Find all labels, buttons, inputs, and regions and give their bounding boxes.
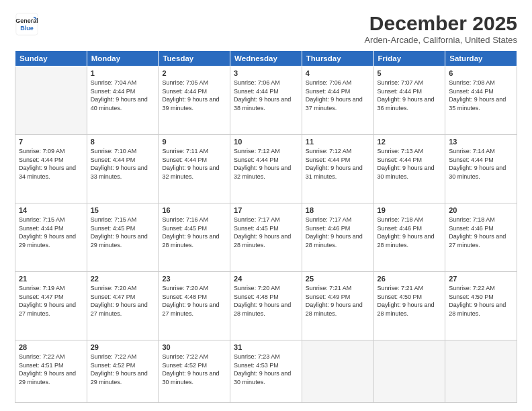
day-cell: 29Sunrise: 7:22 AMSunset: 4:52 PMDayligh… <box>87 340 159 403</box>
day-detail: Sunrise: 7:10 AMSunset: 4:44 PMDaylight:… <box>91 147 155 181</box>
day-cell: 13Sunrise: 7:14 AMSunset: 4:44 PMDayligh… <box>445 135 517 203</box>
day-number: 19 <box>378 206 442 214</box>
day-cell: 11Sunrise: 7:12 AMSunset: 4:44 PMDayligh… <box>302 135 373 203</box>
day-number: 10 <box>234 138 298 146</box>
day-number: 5 <box>378 69 442 77</box>
day-number: 6 <box>449 69 513 77</box>
day-cell: 2Sunrise: 7:05 AMSunset: 4:44 PMDaylight… <box>159 66 230 135</box>
day-number: 12 <box>378 138 442 146</box>
day-number: 26 <box>378 275 442 283</box>
day-cell: 12Sunrise: 7:13 AMSunset: 4:44 PMDayligh… <box>373 135 445 203</box>
day-number: 25 <box>306 275 370 283</box>
day-cell: 3Sunrise: 7:06 AMSunset: 4:44 PMDaylight… <box>230 66 302 135</box>
day-number: 29 <box>91 343 155 351</box>
day-detail: Sunrise: 7:20 AMSunset: 4:47 PMDaylight:… <box>91 284 155 318</box>
day-number: 1 <box>91 69 155 77</box>
day-detail: Sunrise: 7:15 AMSunset: 4:45 PMDaylight:… <box>91 216 155 249</box>
day-cell: 17Sunrise: 7:17 AMSunset: 4:45 PMDayligh… <box>230 203 302 272</box>
col-thursday: Thursday <box>302 51 373 66</box>
day-cell: 25Sunrise: 7:21 AMSunset: 4:49 PMDayligh… <box>302 272 373 340</box>
week-row-1: 1Sunrise: 7:04 AMSunset: 4:44 PMDaylight… <box>15 66 517 135</box>
col-friday: Friday <box>373 51 445 66</box>
day-cell: 31Sunrise: 7:23 AMSunset: 4:53 PMDayligh… <box>230 340 302 403</box>
day-number: 4 <box>306 69 370 77</box>
day-detail: Sunrise: 7:06 AMSunset: 4:44 PMDaylight:… <box>234 79 298 112</box>
logo: General Blue <box>15 12 42 36</box>
day-cell: 24Sunrise: 7:20 AMSunset: 4:48 PMDayligh… <box>230 272 302 340</box>
day-cell: 5Sunrise: 7:07 AMSunset: 4:44 PMDaylight… <box>373 66 445 135</box>
day-cell: 23Sunrise: 7:20 AMSunset: 4:48 PMDayligh… <box>159 272 230 340</box>
calendar-table: Sunday Monday Tuesday Wednesday Thursday… <box>15 50 517 403</box>
day-number: 23 <box>162 275 226 283</box>
day-detail: Sunrise: 7:17 AMSunset: 4:46 PMDaylight:… <box>306 216 370 249</box>
day-number: 14 <box>19 206 83 214</box>
day-detail: Sunrise: 7:05 AMSunset: 4:44 PMDaylight:… <box>162 79 226 112</box>
day-detail: Sunrise: 7:18 AMSunset: 4:46 PMDaylight:… <box>378 216 442 249</box>
day-number: 15 <box>91 206 155 214</box>
day-cell: 4Sunrise: 7:06 AMSunset: 4:44 PMDaylight… <box>302 66 373 135</box>
day-detail: Sunrise: 7:23 AMSunset: 4:53 PMDaylight:… <box>234 353 298 386</box>
day-number: 9 <box>162 138 226 146</box>
day-detail: Sunrise: 7:14 AMSunset: 4:44 PMDaylight:… <box>449 147 513 181</box>
day-detail: Sunrise: 7:08 AMSunset: 4:44 PMDaylight:… <box>449 79 513 112</box>
day-cell: 15Sunrise: 7:15 AMSunset: 4:45 PMDayligh… <box>87 203 159 272</box>
day-cell: 27Sunrise: 7:22 AMSunset: 4:50 PMDayligh… <box>445 272 517 340</box>
day-detail: Sunrise: 7:21 AMSunset: 4:49 PMDaylight:… <box>306 284 370 318</box>
day-number: 2 <box>162 69 226 77</box>
day-detail: Sunrise: 7:22 AMSunset: 4:50 PMDaylight:… <box>449 284 513 318</box>
day-cell: 14Sunrise: 7:15 AMSunset: 4:44 PMDayligh… <box>15 203 87 272</box>
day-detail: Sunrise: 7:12 AMSunset: 4:44 PMDaylight:… <box>306 147 370 181</box>
day-cell: 26Sunrise: 7:21 AMSunset: 4:50 PMDayligh… <box>373 272 445 340</box>
day-number: 18 <box>306 206 370 214</box>
day-cell <box>373 340 445 403</box>
day-cell: 21Sunrise: 7:19 AMSunset: 4:47 PMDayligh… <box>15 272 87 340</box>
day-cell: 20Sunrise: 7:18 AMSunset: 4:46 PMDayligh… <box>445 203 517 272</box>
day-number: 28 <box>19 343 83 351</box>
day-number: 22 <box>91 275 155 283</box>
day-detail: Sunrise: 7:16 AMSunset: 4:45 PMDaylight:… <box>162 216 226 249</box>
logo-icon: General Blue <box>15 12 39 36</box>
calendar-subtitle: Arden-Arcade, California, United States <box>364 35 517 45</box>
day-cell: 19Sunrise: 7:18 AMSunset: 4:46 PMDayligh… <box>373 203 445 272</box>
day-detail: Sunrise: 7:19 AMSunset: 4:47 PMDaylight:… <box>19 284 83 318</box>
day-number: 21 <box>19 275 83 283</box>
day-cell <box>15 66 87 135</box>
col-monday: Monday <box>87 51 159 66</box>
day-number: 17 <box>234 206 298 214</box>
day-cell <box>445 340 517 403</box>
week-row-2: 7Sunrise: 7:09 AMSunset: 4:44 PMDaylight… <box>15 135 517 203</box>
day-cell: 18Sunrise: 7:17 AMSunset: 4:46 PMDayligh… <box>302 203 373 272</box>
day-detail: Sunrise: 7:22 AMSunset: 4:52 PMDaylight:… <box>162 353 226 386</box>
header-row: Sunday Monday Tuesday Wednesday Thursday… <box>15 51 517 66</box>
svg-text:Blue: Blue <box>20 25 34 32</box>
day-number: 7 <box>19 138 83 146</box>
day-detail: Sunrise: 7:13 AMSunset: 4:44 PMDaylight:… <box>378 147 442 181</box>
week-row-5: 28Sunrise: 7:22 AMSunset: 4:51 PMDayligh… <box>15 340 517 403</box>
day-detail: Sunrise: 7:21 AMSunset: 4:50 PMDaylight:… <box>378 284 442 318</box>
day-number: 31 <box>234 343 298 351</box>
col-wednesday: Wednesday <box>230 51 302 66</box>
day-cell: 10Sunrise: 7:12 AMSunset: 4:44 PMDayligh… <box>230 135 302 203</box>
day-cell: 16Sunrise: 7:16 AMSunset: 4:45 PMDayligh… <box>159 203 230 272</box>
week-row-4: 21Sunrise: 7:19 AMSunset: 4:47 PMDayligh… <box>15 272 517 340</box>
day-number: 3 <box>234 69 298 77</box>
day-detail: Sunrise: 7:18 AMSunset: 4:46 PMDaylight:… <box>449 216 513 249</box>
day-number: 16 <box>162 206 226 214</box>
col-tuesday: Tuesday <box>159 51 230 66</box>
day-number: 13 <box>449 138 513 146</box>
day-detail: Sunrise: 7:11 AMSunset: 4:44 PMDaylight:… <box>162 147 226 181</box>
day-detail: Sunrise: 7:12 AMSunset: 4:44 PMDaylight:… <box>234 147 298 181</box>
day-detail: Sunrise: 7:22 AMSunset: 4:51 PMDaylight:… <box>19 353 83 386</box>
day-number: 20 <box>449 206 513 214</box>
day-cell: 9Sunrise: 7:11 AMSunset: 4:44 PMDaylight… <box>159 135 230 203</box>
day-number: 27 <box>449 275 513 283</box>
col-saturday: Saturday <box>445 51 517 66</box>
day-cell <box>302 340 373 403</box>
day-detail: Sunrise: 7:09 AMSunset: 4:44 PMDaylight:… <box>19 147 83 181</box>
day-detail: Sunrise: 7:22 AMSunset: 4:52 PMDaylight:… <box>91 353 155 386</box>
day-number: 11 <box>306 138 370 146</box>
day-cell: 8Sunrise: 7:10 AMSunset: 4:44 PMDaylight… <box>87 135 159 203</box>
day-detail: Sunrise: 7:04 AMSunset: 4:44 PMDaylight:… <box>91 79 155 112</box>
day-cell: 7Sunrise: 7:09 AMSunset: 4:44 PMDaylight… <box>15 135 87 203</box>
calendar-title: December 2025 <box>364 12 517 35</box>
